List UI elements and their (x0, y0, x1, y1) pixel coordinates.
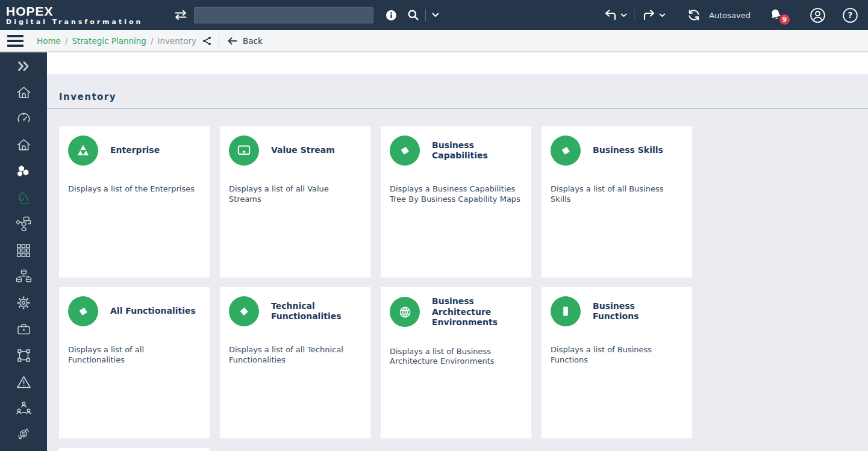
double-chevron-right-icon (16, 60, 31, 73)
help-icon[interactable]: ? (842, 7, 858, 23)
home-icon (16, 137, 32, 153)
hopex-logo[interactable]: HOPEX Digital Transformation (6, 5, 173, 26)
undo-redo-separator (634, 9, 635, 21)
card-icon-circle (390, 135, 420, 166)
card-icon-circle (390, 297, 420, 327)
card-description: Displays a list of the Enterprises (68, 184, 199, 194)
back-button[interactable]: Back (227, 36, 263, 46)
back-label: Back (243, 36, 263, 46)
card-icon-circle (551, 135, 581, 166)
breadcrumb-strategic-planning[interactable]: Strategic Planning (72, 36, 146, 46)
search-input[interactable] (194, 7, 373, 23)
card-description: Displays a list of all Business Skills (551, 184, 681, 205)
menu-hamburger-icon[interactable] (7, 33, 23, 49)
inventory-card-grid: Enterprise Displays a list of the Enterp… (59, 126, 854, 451)
user-avatar-icon[interactable] (810, 7, 826, 23)
undo-icon[interactable] (604, 10, 617, 21)
svg-text:?: ? (848, 10, 853, 20)
sidebar-item-application-grid[interactable] (0, 237, 47, 264)
card-technical-functionalities[interactable]: Technical Functionalities Displays a lis… (220, 287, 370, 438)
card-description: Displays a Business Capabilities Tree By… (390, 184, 520, 205)
card-business-partners[interactable]: Business Partners Displays a list of Bus… (59, 448, 210, 451)
performance-gauge-icon (16, 111, 32, 126)
home-icon (16, 85, 32, 101)
chess-knight-icon: ♘ (16, 190, 31, 206)
refresh-icon[interactable] (687, 9, 701, 21)
rectangle-icon (558, 303, 573, 319)
breadcrumb-home[interactable]: Home (37, 36, 61, 46)
sidebar-item-portfolio[interactable] (0, 316, 47, 343)
card-description: Displays a list of Business Architecture… (390, 347, 520, 367)
sidebar: ♘ (0, 52, 47, 451)
back-arrow-icon (227, 37, 237, 45)
card-title: Value Stream (271, 145, 335, 156)
sidebar-item-home-alt[interactable] (0, 132, 47, 158)
search-options-chevron-down-icon[interactable] (432, 13, 439, 17)
sidebar-item-exchange[interactable] (0, 421, 47, 448)
card-icon-circle (68, 296, 98, 326)
card-business-architecture-environments[interactable]: Business Architecture Environments Displ… (381, 287, 531, 438)
sidebar-item-strategy-active[interactable]: ♘ (0, 184, 47, 211)
breadcrumb-current-inventory: Inventory (157, 36, 196, 46)
card-icon-circle (229, 135, 259, 166)
org-people-icon (16, 400, 32, 416)
search-icon[interactable] (407, 9, 419, 21)
share-icon[interactable] (202, 36, 211, 46)
card-business-functions[interactable]: Business Functions Displays a list of Bu… (542, 287, 692, 438)
swap-icon[interactable] (173, 10, 188, 20)
card-icon-circle (229, 296, 259, 326)
notifications-bell-icon[interactable]: 9 (769, 8, 783, 22)
page-title: Inventory (59, 74, 854, 102)
diamond-icon (75, 303, 91, 319)
card-title: Business Functions (593, 301, 681, 322)
diamond-icon (397, 143, 413, 158)
breadcrumb-bar: Home / Strategic Planning / Inventory Ba… (0, 30, 868, 52)
warning-triangle-icon (16, 375, 32, 390)
breadcrumb: Home / Strategic Planning / Inventory (37, 36, 196, 46)
breadcrumb-vertical-separator (219, 35, 219, 46)
briefcase-icon (16, 322, 32, 337)
sidebar-item-capabilities[interactable] (0, 158, 47, 185)
redo-icon[interactable] (642, 10, 656, 21)
title-divider (47, 108, 868, 109)
sidebar-item-collaboration[interactable] (0, 395, 47, 421)
top-bar: HOPEX Digital Transformation Autosa (0, 0, 868, 30)
card-enterprise[interactable]: Enterprise Displays a list of the Enterp… (59, 126, 210, 278)
sidebar-item-expand[interactable] (0, 53, 47, 79)
card-business-capabilities[interactable]: Business Capabilities Displays a Busines… (381, 126, 531, 278)
sidebar-item-settings[interactable] (0, 290, 47, 316)
screen-icon (236, 143, 252, 158)
card-icon-circle (68, 135, 98, 166)
card-title: Business Architecture Environments (432, 296, 520, 328)
sidebar-item-home[interactable] (0, 79, 47, 106)
sidebar-item-data-architecture[interactable] (0, 264, 47, 290)
sidebar-item-boundary-frame[interactable] (0, 343, 47, 369)
card-title: Business Skills (593, 145, 663, 156)
autosaved-status: Autosaved (709, 11, 751, 20)
card-value-stream[interactable]: Value Stream Displays a list of all Valu… (220, 126, 370, 278)
topbar-separator (425, 9, 426, 21)
redo-chevron-down-icon[interactable] (659, 13, 666, 17)
card-all-functionalities[interactable]: All Functionalities Displays a list of a… (59, 287, 210, 438)
undo-chevron-down-icon[interactable] (620, 13, 627, 17)
card-description: Displays a list of all Functionalities (68, 345, 199, 365)
sidebar-item-dashboard[interactable] (0, 105, 47, 132)
sidebar-item-process-flow[interactable] (0, 211, 47, 237)
card-title: Technical Functionalities (271, 301, 360, 322)
grid-icon (16, 243, 31, 258)
card-title: Business Capabilities (432, 140, 520, 161)
breadcrumb-separator: / (151, 36, 154, 46)
card-description: Displays a list of all Value Streams (229, 184, 360, 205)
content-top-strip (47, 52, 868, 74)
currency-sync-icon (16, 426, 31, 442)
sidebar-item-risk[interactable] (0, 369, 47, 395)
info-icon[interactable] (386, 10, 397, 21)
hexagons-icon (16, 164, 31, 179)
logo-subtitle: Digital Transformation (6, 18, 173, 26)
card-description: Displays a list of all Technical Functio… (229, 345, 360, 365)
card-title: All Functionalities (110, 306, 196, 317)
logo-title: HOPEX (6, 5, 173, 17)
card-icon-circle (551, 296, 581, 326)
card-business-skills[interactable]: Business Skills Displays a list of all B… (542, 126, 692, 278)
diamond-icon (236, 303, 252, 319)
